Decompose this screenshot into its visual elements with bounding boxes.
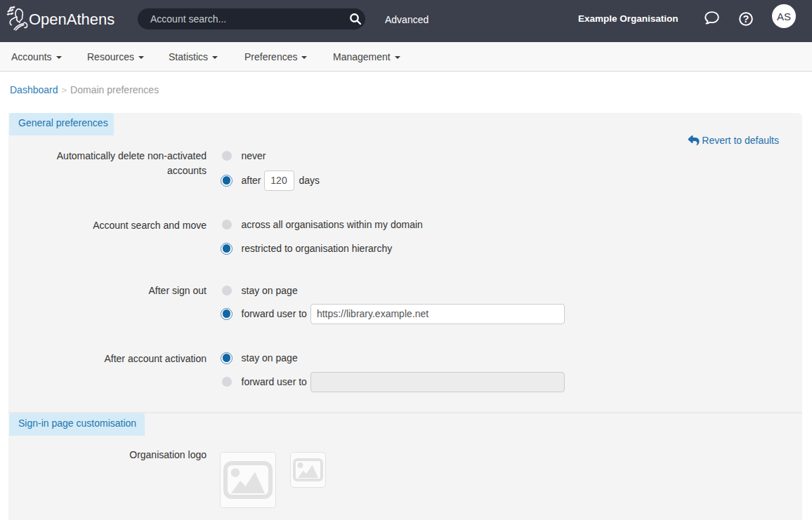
- svg-text:?: ?: [743, 13, 749, 25]
